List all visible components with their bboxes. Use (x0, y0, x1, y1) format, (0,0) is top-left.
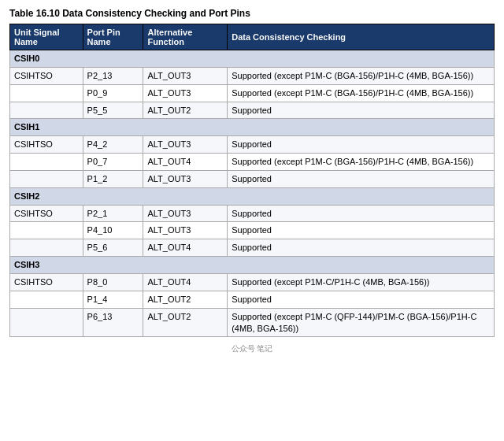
cell-unit (10, 291, 83, 308)
cell-alt: ALT_OUT4 (143, 154, 228, 171)
cell-data: Supported (except P1M-C (BGA-156)/P1H-C … (228, 67, 495, 84)
section-name: CSIH1 (10, 119, 495, 136)
cell-data: Supported (228, 239, 495, 257)
section-header-row: CSIH3 (10, 257, 495, 274)
section-header-row: CSIH0 (10, 50, 495, 68)
table-row: P0_7ALT_OUT4Supported (except P1M-C (BGA… (10, 154, 495, 171)
cell-unit (10, 84, 83, 102)
table-row: P6_13ALT_OUT2Supported (except P1M-C (QF… (10, 308, 495, 337)
cell-alt: ALT_OUT3 (143, 136, 228, 154)
cell-port: P0_7 (83, 154, 143, 171)
col-header-port: Port Pin Name (83, 24, 143, 50)
cell-port: P1_2 (83, 170, 143, 187)
cell-alt: ALT_OUT3 (143, 67, 228, 84)
col-header-unit: Unit Signal Name (10, 24, 83, 50)
cell-unit (10, 308, 83, 337)
cell-data: Supported (228, 222, 495, 239)
cell-port: P6_13 (83, 308, 143, 337)
cell-port: P1_4 (83, 291, 143, 308)
cell-unit (10, 154, 83, 171)
cell-alt: ALT_OUT3 (143, 84, 228, 102)
watermark: 公众号 笔记 (9, 343, 495, 354)
table-row: P1_2ALT_OUT3Supported (10, 170, 495, 187)
cell-alt: ALT_OUT2 (143, 291, 228, 308)
cell-data: Supported (except P1M-C (QFP-144)/P1M-C … (228, 308, 495, 337)
table-row: P5_5ALT_OUT2Supported (10, 102, 495, 119)
cell-unit (10, 170, 83, 187)
section-name: CSIH2 (10, 187, 495, 205)
cell-data: Supported (except P1M-C (BGA-156)/P1H-C … (228, 154, 495, 171)
table-row: CSIHTSOP2_13ALT_OUT3Supported (except P1… (10, 67, 495, 84)
table-title: Table 16.10 Data Consistency Checking an… (9, 8, 495, 19)
cell-port: P4_10 (83, 222, 143, 239)
cell-data: Supported (228, 205, 495, 222)
cell-alt: ALT_OUT2 (143, 102, 228, 119)
cell-unit: CSIHTSO (10, 273, 83, 291)
cell-alt: ALT_OUT4 (143, 273, 228, 291)
table-row: P5_6ALT_OUT4Supported (10, 239, 495, 257)
cell-unit: CSIHTSO (10, 205, 83, 222)
cell-alt: ALT_OUT3 (143, 222, 228, 239)
cell-data: Supported (228, 136, 495, 154)
cell-unit (10, 239, 83, 257)
section-name: CSIH3 (10, 257, 495, 274)
cell-port: P5_6 (83, 239, 143, 257)
table-row: CSIHTSOP8_0ALT_OUT4Supported (except P1M… (10, 273, 495, 291)
cell-data: Supported (except P1M-C/P1H-C (4MB, BGA-… (228, 273, 495, 291)
cell-port: P2_1 (83, 205, 143, 222)
main-table: Unit Signal Name Port Pin Name Alternati… (9, 24, 495, 337)
cell-unit (10, 222, 83, 239)
cell-alt: ALT_OUT4 (143, 239, 228, 257)
col-header-data: Data Consistency Checking (228, 24, 495, 50)
cell-data: Supported (228, 102, 495, 119)
table-row: P4_10ALT_OUT3Supported (10, 222, 495, 239)
cell-alt: ALT_OUT2 (143, 308, 228, 337)
section-header-row: CSIH1 (10, 119, 495, 136)
cell-unit (10, 102, 83, 119)
table-row: P1_4ALT_OUT2Supported (10, 291, 495, 308)
cell-port: P2_13 (83, 67, 143, 84)
cell-port: P8_0 (83, 273, 143, 291)
section-header-row: CSIH2 (10, 187, 495, 205)
cell-alt: ALT_OUT3 (143, 205, 228, 222)
section-name: CSIH0 (10, 50, 495, 68)
cell-port: P4_2 (83, 136, 143, 154)
table-header-row: Unit Signal Name Port Pin Name Alternati… (10, 24, 495, 50)
cell-data: Supported (228, 170, 495, 187)
cell-unit: CSIHTSO (10, 136, 83, 154)
cell-data: Supported (228, 291, 495, 308)
table-row: CSIHTSOP2_1ALT_OUT3Supported (10, 205, 495, 222)
table-row: P0_9ALT_OUT3Supported (except P1M-C (BGA… (10, 84, 495, 102)
cell-port: P0_9 (83, 84, 143, 102)
cell-unit: CSIHTSO (10, 67, 83, 84)
col-header-alt: Alternative Function (143, 24, 228, 50)
table-row: CSIHTSOP4_2ALT_OUT3Supported (10, 136, 495, 154)
cell-alt: ALT_OUT3 (143, 170, 228, 187)
cell-data: Supported (except P1M-C (BGA-156)/P1H-C … (228, 84, 495, 102)
cell-port: P5_5 (83, 102, 143, 119)
